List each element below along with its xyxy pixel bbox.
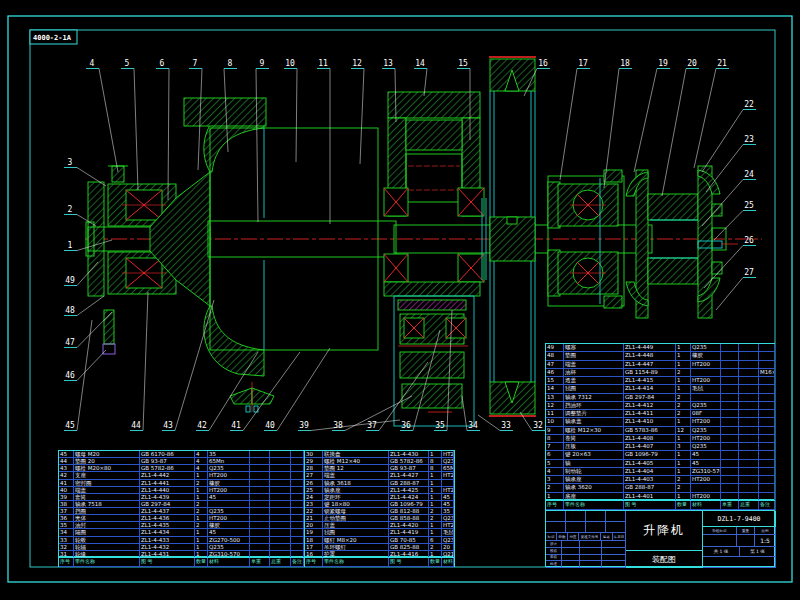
bom-cell [721, 451, 739, 459]
bom-cell: 1 [429, 451, 442, 458]
bom-cell: 35 [442, 508, 454, 515]
bom-cell: Q235 [691, 344, 721, 352]
bom-cell [721, 468, 739, 476]
bom-cell: 隔圈 [74, 529, 140, 536]
bom-cell: 轴承 7312 [564, 394, 624, 402]
bom-cell [759, 484, 775, 492]
bom-cell [291, 494, 304, 501]
leader-line [277, 348, 330, 431]
bom-cell: 端盖 [323, 472, 389, 479]
bom-cell: 46 [546, 369, 564, 377]
signature-cell [580, 548, 602, 555]
callout-number: 6 [160, 59, 165, 68]
bom-cell: Q235 [691, 427, 721, 435]
bom-cell [250, 508, 270, 515]
bom-cell: 35 [208, 451, 250, 458]
revision-header: 更改文件号 [579, 533, 601, 541]
bom-cell [250, 451, 270, 458]
bom-cell: 螺栓 M12×40 [323, 458, 389, 465]
bom-cell [739, 427, 759, 435]
bom-cell: 1 [195, 537, 208, 544]
bom-cell: 材料 [691, 501, 721, 510]
signature-label: 批准 [546, 561, 562, 568]
callout-number: 32 [533, 421, 543, 430]
bom-cell [442, 480, 454, 487]
bom-cell: 轴 [564, 460, 624, 468]
leader-line [462, 396, 467, 431]
revision-header: 分区 [568, 533, 579, 541]
leader-line [134, 69, 138, 191]
bom-cell: 图 号 [624, 501, 676, 510]
bom-cell: Q235 [208, 508, 250, 515]
signature-cell [580, 541, 602, 548]
bom-cell: 数量 [676, 501, 691, 510]
bom-cell [721, 435, 739, 443]
callout-number: 4 [90, 59, 95, 68]
bom-cell [270, 544, 291, 551]
bom-cell: 2 [676, 410, 691, 418]
bom-cell [270, 458, 291, 465]
bom-cell [721, 344, 739, 352]
callout-number: 12 [352, 59, 362, 68]
bom-cell: 垫圈 20 [74, 458, 140, 465]
bom-cell: 6 [429, 537, 442, 544]
bom-cell [739, 352, 759, 360]
callout-number: 48 [65, 306, 75, 315]
bom-cell [270, 515, 291, 522]
bom-cell: 1 [429, 522, 442, 529]
bom-cell: 支座 [74, 472, 140, 479]
bom-cell: 制动轮 [564, 468, 624, 476]
bom-cell [739, 460, 759, 468]
bom-cell: 毡圈 [323, 529, 389, 536]
bom-table-right-header: 序号零件名称图 号数量材料单重总重备注 [545, 500, 775, 510]
bom-cell [270, 501, 291, 508]
bom-cell: 42 [59, 472, 74, 479]
bom-cell: 3 [676, 443, 691, 451]
bom-cell [250, 529, 270, 536]
bom-cell: GB 5782-86 [389, 458, 429, 465]
bom-cell: 28 [305, 465, 323, 472]
bom-cell [250, 501, 270, 508]
bom-cell [739, 385, 759, 393]
bom-cell: 41 [59, 480, 74, 487]
bom-cell: ZL1-4-449 [624, 344, 676, 352]
bom-cell: 材料 [442, 558, 454, 567]
bom-cell: Q235 [208, 544, 250, 551]
bom-cell: 轴承盖 [564, 418, 624, 426]
revision-header: 年月日 [613, 533, 626, 541]
bom-cell: GB 93-87 [140, 458, 195, 465]
bom-cell [250, 487, 270, 494]
revision-cell [606, 522, 626, 533]
leader-line [520, 412, 532, 431]
bom-cell: ZL1-4-437 [140, 508, 195, 515]
bom-cell: 调整垫片 [564, 410, 624, 418]
bom-cell: 4 [195, 458, 208, 465]
bom-cell [270, 472, 291, 479]
sheet-total: 共 1 张 [703, 547, 740, 557]
bom-cell: 2 [195, 508, 208, 515]
callout-number: 46 [65, 371, 75, 380]
callout-number: 18 [620, 59, 630, 68]
bom-cell [739, 377, 759, 385]
signature-cell [562, 561, 580, 568]
bom-cell [739, 369, 759, 377]
callout-number: 14 [415, 59, 425, 68]
signature-cell [580, 561, 602, 568]
revision-cell [546, 511, 566, 522]
bom-cell: HT200 [691, 361, 721, 369]
callout-number: 16 [538, 59, 548, 68]
callout-number: 19 [658, 59, 668, 68]
bom-cell: 定距环 [323, 494, 389, 501]
bom-cell [759, 476, 775, 484]
bom-cell: 14 [546, 385, 564, 393]
bom-cell: 单重 [250, 558, 270, 567]
bom-cell: 17 [305, 544, 323, 551]
leader-line [662, 69, 686, 197]
bom-cell: 2 [546, 484, 564, 492]
bom-cell [291, 501, 304, 508]
bom-cell [270, 494, 291, 501]
bom-cell: 45 [691, 460, 721, 468]
signature-cell [602, 541, 626, 548]
bom-cell [759, 460, 775, 468]
bom-cell: ZL1-4-424 [389, 494, 429, 501]
